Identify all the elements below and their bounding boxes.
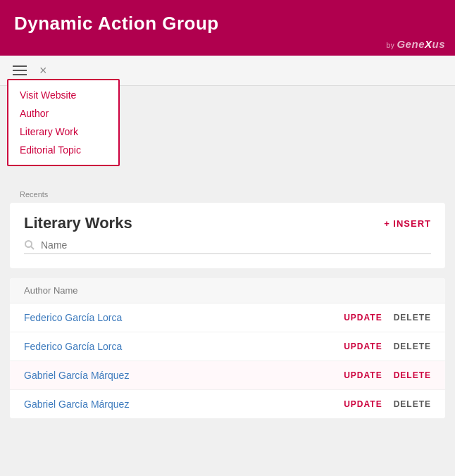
row-actions: UPDATE DELETE [344,399,431,409]
delete-button[interactable]: DELETE [394,313,431,322]
search-row [24,239,431,254]
update-button[interactable]: UPDATE [344,370,382,380]
row-actions: UPDATE DELETE [344,370,431,380]
row-actions: UPDATE DELETE [344,342,431,351]
menu-item-author[interactable]: Author [8,104,118,123]
literary-works-card: Literary Works + INSERT [10,203,445,268]
hamburger-button[interactable] [10,63,30,78]
table-card: Author Name Federico García Lorca UPDATE… [10,278,445,418]
app-header: Dynamic Action Group by GeneXus [0,0,455,56]
search-input[interactable] [41,239,182,251]
menu-item-visit-website[interactable]: Visit Website [8,86,118,104]
delete-button[interactable]: DELETE [394,370,431,380]
lw-header: Literary Works + INSERT [24,214,431,232]
table-row: Gabriel García Márquez UPDATE DELETE [10,390,445,418]
lw-title: Literary Works [24,214,132,232]
row-actions: UPDATE DELETE [344,313,431,322]
row-author-name[interactable]: Federico García Lorca [24,341,122,352]
insert-button[interactable]: + INSERT [384,218,431,229]
update-button[interactable]: UPDATE [344,342,382,351]
table-row: Federico García Lorca UPDATE DELETE [10,332,445,361]
delete-button[interactable]: DELETE [394,342,431,351]
recents-label: Recents [10,190,445,199]
delete-button[interactable]: DELETE [394,399,431,409]
svg-line-1 [31,246,34,249]
menu-item-editorial-topic[interactable]: Editorial Topic [8,141,118,159]
row-author-name[interactable]: Gabriel García Márquez [24,370,129,381]
update-button[interactable]: UPDATE [344,313,382,322]
table-row: Federico García Lorca UPDATE DELETE [10,303,445,332]
genexus-logo: by GeneXus [387,38,445,50]
app-title: Dynamic Action Group [14,13,441,35]
close-button[interactable]: × [37,63,50,78]
update-button[interactable]: UPDATE [344,399,382,409]
row-author-name[interactable]: Gabriel García Márquez [24,399,129,410]
row-author-name[interactable]: Federico García Lorca [24,312,122,323]
table-row: Gabriel García Márquez UPDATE DELETE [10,361,445,390]
table-column-header: Author Name [10,278,445,303]
search-icon [24,239,35,251]
svg-point-0 [25,241,32,247]
menu-item-literary-work[interactable]: Literary Work [8,123,118,141]
dropdown-menu: Visit Website Author Literary Work Edito… [7,79,120,166]
